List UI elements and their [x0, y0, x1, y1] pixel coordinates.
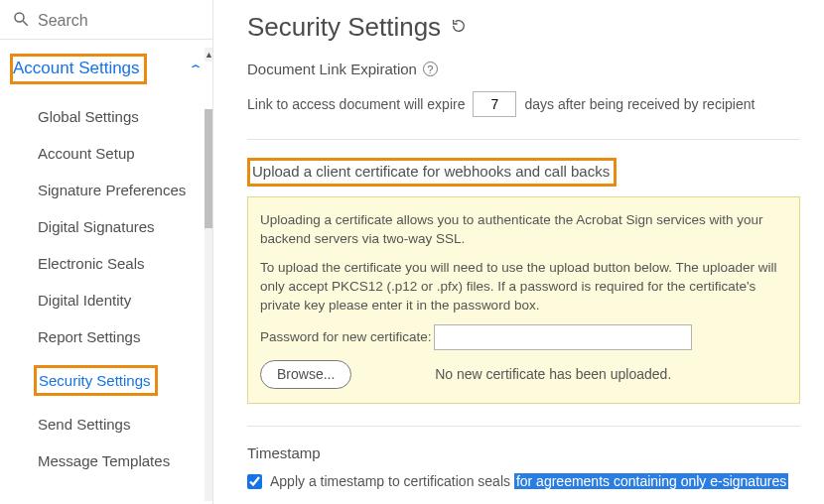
- upload-cert-heading: Upload a client certificate for webhooks…: [247, 158, 617, 187]
- upload-cert-desc-1: Uploading a certificate allows you to au…: [260, 211, 787, 249]
- timestamp-option-row: Apply a timestamp to certification seals…: [247, 473, 800, 489]
- timestamp-checkbox-label: Apply a timestamp to certification seals…: [270, 473, 788, 489]
- search-row: [0, 0, 212, 40]
- link-expire-row: Link to access document will expire days…: [247, 91, 800, 117]
- cert-upload-status: No new certificate has been uploaded.: [435, 365, 671, 385]
- timestamp-heading: Timestamp: [247, 444, 800, 461]
- sidebar-item-report-settings[interactable]: Report Settings: [10, 318, 212, 355]
- scrollbar-thumb[interactable]: [205, 109, 212, 228]
- cert-password-input[interactable]: [434, 324, 692, 350]
- page-title: Security Settings: [247, 12, 441, 43]
- divider: [247, 426, 800, 427]
- help-icon[interactable]: ?: [423, 62, 438, 76]
- search-input[interactable]: [38, 12, 177, 30]
- svg-point-0: [15, 13, 24, 22]
- timestamp-checkbox[interactable]: [247, 474, 262, 489]
- sidebar-item-global-settings[interactable]: Global Settings: [10, 98, 212, 135]
- svg-line-1: [23, 21, 28, 26]
- sidebar-item-send-settings[interactable]: Send Settings: [10, 406, 212, 442]
- sidebar-item-security-settings[interactable]: Security Settings: [10, 355, 212, 406]
- sidebar-section-label: Account Settings: [10, 54, 147, 84]
- sidebar-item-digital-identity[interactable]: Digital Identity: [10, 282, 212, 318]
- upload-cert-desc-2: To upload the certificate you will need …: [260, 259, 787, 315]
- link-expire-days-input[interactable]: [473, 91, 516, 117]
- sidebar-item-signature-preferences[interactable]: Signature Preferences: [10, 172, 212, 208]
- cert-password-label: Password for new certificate:: [260, 328, 432, 347]
- sidebar-item-message-templates[interactable]: Message Templates: [10, 442, 212, 479]
- main-content: Security Settings Document Link Expirati…: [213, 0, 824, 504]
- scroll-up-icon[interactable]: ▲: [205, 48, 212, 62]
- sidebar-item-electronic-seals[interactable]: Electronic Seals: [10, 245, 212, 282]
- sidebar-item-account-setup[interactable]: Account Setup: [10, 135, 212, 172]
- sidebar-nav: Global Settings Account Setup Signature …: [0, 98, 212, 479]
- browse-button[interactable]: Browse...: [260, 360, 351, 389]
- sidebar-item-digital-signatures[interactable]: Digital Signatures: [10, 208, 212, 245]
- doc-link-expiration-heading: Document Link Expiration ?: [247, 61, 800, 77]
- upload-cert-panel: Uploading a certificate allows you to au…: [247, 196, 800, 404]
- chevron-up-icon: ⌃: [188, 63, 204, 76]
- divider: [247, 139, 800, 140]
- sidebar: Account Settings ⌃ Global Settings Accou…: [0, 0, 213, 504]
- refresh-icon[interactable]: [451, 18, 467, 37]
- search-icon: [12, 10, 30, 31]
- sidebar-section-account-settings[interactable]: Account Settings ⌃: [0, 40, 212, 98]
